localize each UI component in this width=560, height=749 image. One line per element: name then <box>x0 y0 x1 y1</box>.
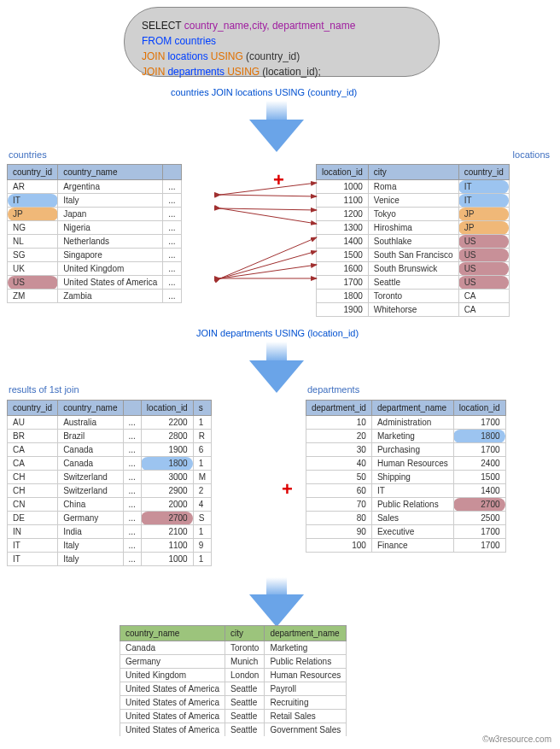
column-header: country_id <box>8 401 58 416</box>
column-header: department_id <box>306 401 372 416</box>
cell: ... <box>123 443 141 457</box>
cell: 1400 <box>317 235 369 249</box>
cell: Germany <box>120 655 225 669</box>
cell: 1100 <box>141 539 193 553</box>
join1-result-table: country_idcountry_namelocation_idsAUAust… <box>7 400 212 566</box>
cell: ... <box>123 525 141 539</box>
cell: SG <box>8 249 58 262</box>
cell: 100 <box>306 539 372 553</box>
table-row: 80Sales2500 <box>306 512 506 525</box>
sql-join2: JOIN <box>142 66 165 78</box>
cell: Retail Sales <box>265 710 347 723</box>
cell: 1000 <box>141 553 193 566</box>
cell: 1700 <box>453 539 505 553</box>
cell: 60 <box>306 484 372 498</box>
svg-line-4 <box>220 237 317 278</box>
cell: 2400 <box>453 457 505 471</box>
table-row: UKUnited Kingdom... <box>8 262 182 276</box>
table-row: 90Executive1700 <box>306 525 506 539</box>
table-row: 40Human Resources2400 <box>306 457 506 471</box>
column-header <box>163 165 181 180</box>
cell: United States of America <box>120 710 225 723</box>
table-row: CNChina...20004 <box>8 498 212 512</box>
cell: US <box>458 262 509 276</box>
cell: London <box>225 669 265 682</box>
table-row: ZMZambia... <box>8 290 182 303</box>
svg-line-2 <box>220 208 317 210</box>
join-label-1: countries JOIN locations USING (country_… <box>171 87 357 97</box>
cell: Netherlands <box>58 235 163 249</box>
cell: CA <box>458 303 509 317</box>
cell: ... <box>163 262 181 276</box>
cell: ... <box>123 512 141 525</box>
sql-columns: country_name,city, department_name <box>184 20 356 32</box>
arrow-down-icon <box>249 120 304 152</box>
cell: ... <box>123 416 141 430</box>
cell: IT <box>8 194 58 208</box>
table-title-results1: results of 1st join <box>9 384 79 395</box>
table-row: 60IT1400 <box>306 484 506 498</box>
svg-line-5 <box>220 251 317 278</box>
cell: 1300 <box>317 221 369 235</box>
table-row: United States of AmericaSeattleGovernmen… <box>120 723 347 737</box>
cell: 1700 <box>453 416 505 430</box>
column-header: department_name <box>265 626 347 641</box>
sql-table-locations: locations <box>167 50 207 62</box>
countries-table: country_idcountry_nameARArgentina...ITIt… <box>7 164 182 303</box>
cell: 1700 <box>317 276 369 290</box>
table-row: DEGermany...2700S <box>8 512 212 525</box>
table-row: CACanada...18001 <box>8 457 212 471</box>
table-row: 70Public Relations2700 <box>306 498 506 512</box>
table-row: 1400SouthlakeUS <box>317 235 510 249</box>
cell: ... <box>163 194 181 208</box>
cell: Seattle <box>368 276 458 290</box>
cell: Japan <box>58 208 163 221</box>
cell: South Brunswick <box>368 262 458 276</box>
cell: CA <box>8 457 58 471</box>
table-row: NGNigeria... <box>8 221 182 235</box>
cell: Human Resources <box>265 669 347 682</box>
column-header: country_name <box>58 401 123 416</box>
cell: Roma <box>368 180 458 194</box>
cell: IT <box>8 539 58 553</box>
cell: 1700 <box>453 443 505 457</box>
cell: Administration <box>371 416 453 430</box>
cell: Marketing <box>371 430 453 443</box>
cell: Switzerland <box>58 484 123 498</box>
cell: Executive <box>371 525 453 539</box>
table-row: United KingdomLondonHuman Resources <box>120 669 347 682</box>
cell: ... <box>163 276 181 290</box>
cell: 1800 <box>453 430 505 443</box>
table-row: 50Shipping1500 <box>306 471 506 484</box>
plus-icon: + <box>282 478 293 500</box>
cell: 2200 <box>141 416 193 430</box>
table-row: ITItaly... <box>8 194 182 208</box>
table-row: United States of AmericaSeattleRetail Sa… <box>120 710 347 723</box>
cell: South San Francisco <box>368 249 458 262</box>
table-row: BRBrazil...2800R <box>8 430 212 443</box>
sql-arg2: (location_id); <box>262 66 321 78</box>
cell: Toronto <box>368 290 458 303</box>
cell: 1900 <box>317 303 369 317</box>
cell: 1200 <box>317 208 369 221</box>
cell: 2800 <box>141 430 193 443</box>
cell: NL <box>8 235 58 249</box>
cell: 1700 <box>453 525 505 539</box>
sql-join1: JOIN <box>142 50 165 62</box>
cell: 2500 <box>453 512 505 525</box>
arrow-down-icon <box>249 594 304 627</box>
cell: 3000 <box>141 471 193 484</box>
table-row: USUnited States of America... <box>8 276 182 290</box>
cell: 4 <box>193 498 211 512</box>
cell: India <box>58 525 123 539</box>
cell: ... <box>123 457 141 471</box>
svg-line-0 <box>220 183 317 195</box>
cell: United Kingdom <box>120 669 225 682</box>
cell: 1900 <box>141 443 193 457</box>
table-row: CACanada...19006 <box>8 443 212 457</box>
cell: CH <box>8 471 58 484</box>
departments-table: department_iddepartment_namelocation_id1… <box>306 400 506 553</box>
final-result-table: country_namecitydepartment_nameCanadaTor… <box>120 625 347 736</box>
cell: Public Relations <box>265 655 347 669</box>
cell: ZM <box>8 290 58 303</box>
